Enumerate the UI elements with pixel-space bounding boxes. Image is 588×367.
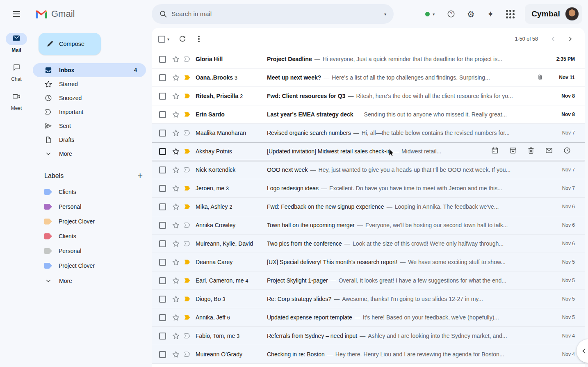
importance-marker-icon[interactable] [183,258,191,266]
importance-marker-icon[interactable] [183,184,191,192]
more-options-button[interactable] [191,31,207,47]
email-row[interactable]: Gloria Hill Project Deadline — Hi everyo… [152,50,585,68]
sidebar-label-item[interactable]: Personal [33,244,152,258]
row-checkbox[interactable] [159,185,166,192]
star-icon[interactable] [172,221,180,229]
create-label-button[interactable]: + [137,171,143,180]
row-checkbox[interactable] [159,74,166,81]
sidebar-label-item[interactable]: Clients [33,229,152,244]
sidebar-item-important[interactable]: Important [33,105,146,119]
settings-button[interactable]: ⚙ [462,5,480,23]
star-icon[interactable] [172,73,180,82]
importance-marker-icon[interactable] [183,147,191,155]
email-row[interactable]: Jeroen, me 3 Logo redesign ideas — Excel… [152,179,585,198]
importance-marker-icon[interactable] [183,221,191,229]
row-checkbox[interactable] [159,277,166,284]
row-checkbox[interactable] [159,259,166,266]
older-page-button[interactable] [563,31,578,47]
row-checkbox[interactable] [159,296,166,303]
select-all-checkbox[interactable] [158,36,165,43]
email-row[interactable]: Earl, Cameron, me 4 Project Skylight 1-p… [152,271,585,290]
email-row[interactable]: Mika, Ashley 2 Fwd: Feedback on the new … [152,198,585,216]
email-row[interactable]: Annika, Jeff 6 Updated expense report te… [152,308,585,327]
google-apps-button[interactable] [501,5,519,23]
hover-action-snooze-button[interactable] [559,144,575,158]
importance-marker-icon[interactable] [183,313,191,321]
row-checkbox[interactable] [159,148,166,155]
email-row[interactable]: Muireann, Kylie, David Two pics from the… [152,235,585,253]
star-icon[interactable] [172,184,180,192]
email-row[interactable]: Muireann O'Grady Checking in re: Boston … [152,345,585,364]
email-row[interactable]: Fabio, Tom, me 3 Referrals from Sydney –… [152,327,585,345]
row-checkbox[interactable] [159,333,166,340]
sidebar-item-snoozed[interactable]: Snoozed [33,91,146,105]
importance-marker-icon[interactable] [183,239,191,248]
sidebar-label-item[interactable]: Project Clover [33,214,152,229]
sidebar-item-starred[interactable]: Starred [33,77,146,91]
importance-marker-icon[interactable] [183,276,191,285]
sidebar-label-item[interactable]: Project Clover [33,258,152,273]
email-row[interactable]: Erin Sardo Last year's EMEA strategy dec… [152,105,585,124]
rail-item-meet[interactable]: Meet [6,91,27,111]
star-icon[interactable] [172,147,180,155]
sidebar-item-sent[interactable]: Sent [33,119,146,133]
star-icon[interactable] [172,203,180,211]
select-all-control[interactable]: ▾ [158,36,169,43]
star-icon[interactable] [172,166,180,174]
row-checkbox[interactable] [159,111,166,118]
newer-page-button[interactable] [545,31,561,47]
help-button[interactable]: ? [442,5,460,23]
star-icon[interactable] [172,295,180,303]
star-icon[interactable] [172,55,180,63]
star-icon[interactable] [172,332,180,340]
availability-status-dropdown[interactable]: ▾ [425,12,435,16]
email-row[interactable]: Akshay Potnis [Updated invitation] Midwe… [152,142,585,161]
row-checkbox[interactable] [159,130,166,137]
star-icon[interactable] [172,110,180,119]
row-checkbox[interactable] [159,222,166,229]
email-row[interactable]: Annika Crowley Town hall on the upcoming… [152,216,585,235]
hover-action-mark-unread-button[interactable] [541,144,557,158]
refresh-button[interactable] [174,31,191,47]
search-input[interactable] [171,10,380,18]
star-icon[interactable] [172,313,180,321]
hover-action-archive-button[interactable] [505,144,521,158]
importance-marker-icon[interactable] [183,73,191,82]
gemini-button[interactable]: ✦ [481,5,499,23]
star-icon[interactable] [172,276,180,285]
email-row[interactable]: Diogo, Bo 3 Re: Corp strategy slides? — … [152,290,585,308]
star-icon[interactable] [172,350,180,358]
importance-marker-icon[interactable] [183,350,191,358]
email-row[interactable]: Nick Kortendick OOO next week — Hey, jus… [152,161,585,179]
star-icon[interactable] [172,239,180,248]
hover-action-calendar-button[interactable] [487,144,503,158]
sidebar-item-drafts[interactable]: Drafts [33,133,146,147]
account-avatar[interactable] [565,7,579,21]
importance-marker-icon[interactable] [183,92,191,100]
importance-marker-icon[interactable] [183,203,191,211]
labels-more-toggle[interactable]: More [33,274,146,288]
sidebar-item-inbox[interactable]: Inbox 4 [33,63,146,77]
email-row[interactable]: Deanna Carey [UX] Special delivery! This… [152,253,585,271]
sidebar-label-item[interactable]: Personal [33,199,152,214]
importance-marker-icon[interactable] [183,110,191,119]
hover-action-delete-button[interactable] [523,144,539,158]
sidebar-item-more[interactable]: More [33,147,146,161]
search-options-caret-icon[interactable]: ▾ [384,12,386,16]
compose-button[interactable]: Compose [39,33,101,55]
email-row[interactable]: Maalika Manoharan Revised organic search… [152,124,585,142]
row-checkbox[interactable] [159,56,166,63]
importance-marker-icon[interactable] [183,295,191,303]
row-checkbox[interactable] [159,203,166,210]
importance-marker-icon[interactable] [183,129,191,137]
importance-marker-icon[interactable] [183,332,191,340]
star-icon[interactable] [172,258,180,266]
row-checkbox[interactable] [159,351,166,358]
main-menu-button[interactable] [7,5,25,23]
importance-marker-icon[interactable] [183,166,191,174]
row-checkbox[interactable] [159,93,166,100]
row-checkbox[interactable] [159,240,166,247]
star-icon[interactable] [172,92,180,100]
sidebar-label-item[interactable]: Clients [33,185,152,199]
row-checkbox[interactable] [159,166,166,173]
